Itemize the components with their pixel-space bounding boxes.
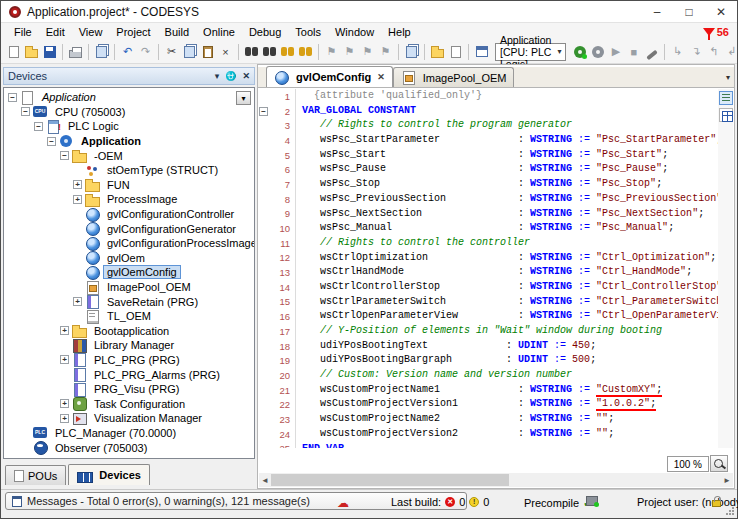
scroll-left-icon[interactable]: ◄ — [259, 476, 271, 485]
tree-item-gvlconfigurationcontroller[interactable]: −gvlConfigurationController — [4, 207, 254, 222]
bookmark-clear-icon[interactable]: ⚑ — [377, 43, 394, 60]
tab-list-dropdown-icon[interactable]: ▾ — [726, 73, 730, 82]
scroll-right-icon[interactable]: ► — [721, 476, 733, 485]
resize-grip[interactable] — [725, 506, 735, 516]
menu-window[interactable]: Window — [328, 25, 381, 39]
fold-collapse-icon[interactable]: − — [259, 107, 268, 116]
collapse-icon[interactable]: − — [60, 151, 69, 160]
tree-item-plc-logic[interactable]: −PLC Logic — [4, 119, 254, 134]
tree-item-stoemtype-struct[interactable]: −stOemType (STRUCT) — [4, 163, 254, 178]
tree-item-prg-visu-prg[interactable]: −PRG_Visu (PRG) — [4, 382, 254, 397]
bookmark-toggle-icon[interactable]: ⚑ — [323, 43, 340, 60]
panel-close-icon[interactable]: ✕ — [242, 71, 250, 81]
expand-icon[interactable]: + — [60, 399, 69, 408]
devices-panel-header[interactable]: Devices ▾ ⛎ ✕ — [3, 67, 255, 85]
expand-icon[interactable]: + — [60, 414, 69, 423]
device-combo-button[interactable]: ▾ — [236, 91, 251, 105]
copy-project-icon[interactable] — [93, 43, 110, 60]
table-view-button[interactable] — [719, 108, 733, 122]
expand-icon[interactable]: + — [60, 355, 69, 364]
collapse-icon[interactable]: − — [21, 107, 30, 116]
close-button[interactable]: ✕ — [705, 1, 737, 22]
active-application-combo[interactable]: Application [CPU: PLC Logic]▾ — [495, 43, 566, 61]
build-icon[interactable] — [473, 43, 490, 60]
tree-item-gvlconfigurationprocessimage[interactable]: −gvlConfigurationProcessImage — [4, 236, 254, 251]
bookmark-prev-icon[interactable]: ⚑ — [359, 43, 376, 60]
tree-item-gvloemconfig[interactable]: −gvlOemConfig — [4, 265, 254, 280]
tab-imagepool-oem[interactable]: ImagePool_OEM — [393, 67, 515, 87]
step-out-icon[interactable]: ↰ — [705, 43, 722, 60]
pin-icon[interactable]: ⛎ — [225, 71, 236, 81]
tree-item-systembus-705000[interactable]: +Systembus (705000) — [4, 455, 254, 459]
tree-item-plc-manager-70-0000[interactable]: −PLC_Manager (70.0000) — [4, 426, 254, 441]
new-file-icon[interactable] — [5, 43, 22, 60]
tree-item-visualization-manager[interactable]: +Visualization Manager — [4, 411, 254, 426]
expand-icon[interactable]: + — [21, 458, 30, 459]
collapse-icon[interactable]: − — [47, 137, 56, 146]
panel-menu-icon[interactable]: ▾ — [215, 71, 220, 81]
undo-icon[interactable]: ↶ — [119, 43, 136, 60]
find-next-icon[interactable] — [261, 43, 278, 60]
tree-item-saveretain-prg[interactable]: +SaveRetain (PRG) — [4, 294, 254, 309]
print-icon[interactable] — [67, 43, 84, 60]
replace-icon[interactable] — [279, 43, 296, 60]
tree-item-library-manager[interactable]: −Library Manager — [4, 338, 254, 353]
tree-item-fun[interactable]: +FUN — [4, 178, 254, 193]
expand-icon[interactable]: + — [60, 326, 69, 335]
tree-item-processimage[interactable]: +ProcessImage — [4, 192, 254, 207]
tree-item-application[interactable]: −Application — [4, 134, 254, 149]
code-editor[interactable]: 1 {attribute 'qualified_only'}−2VAR_GLOB… — [258, 89, 718, 448]
delete-icon[interactable]: × — [217, 43, 234, 60]
pragma-flag[interactable]: 56 — [703, 26, 729, 38]
maximize-button[interactable]: □ — [673, 1, 705, 22]
tree-item-task-configuration[interactable]: +Task Configuration — [4, 396, 254, 411]
edit-object-icon[interactable] — [447, 43, 464, 60]
expand-icon[interactable]: + — [73, 195, 82, 204]
save-icon[interactable] — [41, 43, 58, 60]
menu-debug[interactable]: Debug — [242, 25, 288, 39]
declaration-view-button[interactable] — [719, 91, 733, 105]
open-file-icon[interactable] — [23, 43, 40, 60]
login-icon[interactable] — [571, 43, 588, 60]
horizontal-scrollbar[interactable]: ◄ ► — [259, 473, 733, 487]
run-to-cursor-icon[interactable]: ↲ — [723, 43, 738, 60]
replace-next-icon[interactable] — [297, 43, 314, 60]
minimize-button[interactable]: – — [641, 1, 673, 22]
copy-icon[interactable] — [181, 43, 198, 60]
menu-tools[interactable]: Tools — [288, 25, 328, 39]
device-tree[interactable]: −Application−CPU (705003)−PLC Logic−Appl… — [3, 87, 255, 459]
tree-item-plc-prg-prg[interactable]: +PLC_PRG (PRG) — [4, 353, 254, 368]
tree-item-observer-705003[interactable]: −Observer (705003) — [4, 440, 254, 455]
zoom-magnifier-icon[interactable] — [710, 455, 728, 472]
menu-project[interactable]: Project — [109, 25, 157, 39]
new-object-icon[interactable] — [429, 43, 446, 60]
collapse-icon[interactable]: − — [8, 93, 17, 102]
scrollbar-thumb[interactable] — [271, 474, 509, 486]
tree-item-plc-prg-alarms-prg[interactable]: −PLC_PRG_Alarms (PRG) — [4, 367, 254, 382]
step-over-icon[interactable]: ↳ — [669, 43, 686, 60]
tree-item-oem[interactable]: −-OEM — [4, 148, 254, 163]
tab-pous[interactable]: POUs — [5, 465, 66, 485]
menu-help[interactable]: Help — [381, 25, 418, 39]
breakpoint-wrench-icon[interactable] — [643, 43, 660, 60]
menu-online[interactable]: Online — [196, 25, 242, 39]
redo-icon[interactable]: ↷ — [137, 43, 154, 60]
tab-devices[interactable]: Devices — [68, 464, 150, 485]
tree-item-imagepool-oem[interactable]: −ImagePool_OEM — [4, 280, 254, 295]
menu-edit[interactable]: Edit — [39, 25, 72, 39]
menu-file[interactable]: File — [7, 25, 39, 39]
tree-item-gvlconfigurationgenerator[interactable]: −gvlConfigurationGenerator — [4, 221, 254, 236]
tab-close-icon[interactable]: ✕ — [377, 72, 385, 82]
collapse-icon[interactable]: − — [34, 122, 43, 131]
find-icon[interactable] — [243, 43, 260, 60]
paste-icon[interactable] — [199, 43, 216, 60]
logout-icon[interactable] — [589, 43, 606, 60]
tree-item-tl-oem[interactable]: −TL_OEM — [4, 309, 254, 324]
menu-build[interactable]: Build — [158, 25, 196, 39]
tree-item-cpu-705003[interactable]: −CPU (705003) — [4, 105, 254, 120]
cut-icon[interactable]: ✂ — [163, 43, 180, 60]
tab-gvloemconfig[interactable]: gvlOemConfig ✕ — [266, 66, 393, 87]
tree-item-bootapplication[interactable]: +Bootapplication — [4, 324, 254, 339]
tree-item-gvloem[interactable]: −gvlOem — [4, 251, 254, 266]
bookmark-next-icon[interactable]: ⚑ — [341, 43, 358, 60]
